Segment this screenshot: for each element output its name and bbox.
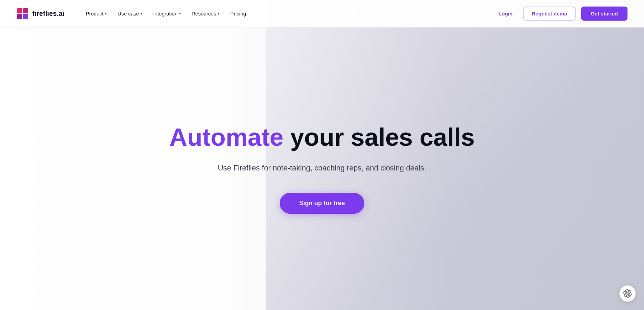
integration-chevron-icon: ▾ [179, 12, 181, 15]
request-demo-button[interactable]: Request demo [523, 7, 575, 21]
hero-subtitle: Use Fireflies for note-taking, coaching … [218, 162, 426, 174]
brand-name: fireflies.ai [32, 10, 64, 18]
hero-title: Automate your sales calls [169, 124, 475, 151]
nav-integration[interactable]: Integration ▾ [148, 8, 186, 19]
hero-title-highlight: Automate [169, 123, 284, 151]
signup-button[interactable]: Sign up for free [280, 193, 364, 214]
navbar: fireflies.ai Product ▾ Use case ▾ Integr… [0, 0, 644, 27]
nav-pricing[interactable]: Pricing [225, 8, 251, 19]
nav-use-case[interactable]: Use case ▾ [113, 8, 147, 19]
hero-title-rest: your sales calls [284, 123, 475, 151]
login-button[interactable]: Login [493, 8, 518, 19]
nav-resources[interactable]: Resources ▾ [187, 8, 224, 19]
chatgpt-icon-button[interactable] [619, 285, 636, 302]
product-chevron-icon: ▾ [105, 12, 107, 15]
get-started-button[interactable]: Get started [581, 7, 628, 21]
nav-right-actions: Login Request demo Get started [493, 7, 628, 21]
logo-icon [16, 8, 29, 20]
use-case-chevron-icon: ▾ [141, 12, 142, 15]
logo-link[interactable]: fireflies.ai [16, 8, 64, 20]
chatgpt-icon [623, 289, 632, 298]
hero-section: Automate your sales calls Use Fireflies … [0, 27, 644, 310]
nav-links: Product ▾ Use case ▾ Integration ▾ Resou… [81, 8, 493, 19]
nav-product[interactable]: Product ▾ [81, 8, 111, 19]
resources-chevron-icon: ▾ [218, 12, 219, 15]
